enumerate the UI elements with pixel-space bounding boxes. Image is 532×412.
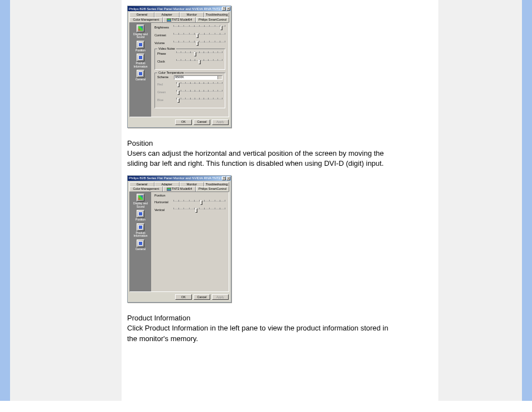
position-icon: [138, 42, 143, 47]
tab-row-2b: Color Management TNT2 Model64 Philips Sm…: [128, 186, 231, 191]
sidebar-item-position[interactable]: Position: [130, 41, 151, 52]
slider-contrast[interactable]: [173, 34, 225, 39]
dialog-titlebar-2: Philips B2B Series Flat Panel Monitor an…: [128, 176, 231, 181]
desktop-icon: [167, 18, 171, 22]
tab-adapter[interactable]: Adapter: [154, 12, 180, 17]
slider-blue[interactable]: [176, 99, 223, 103]
label-scheme: Scheme: [157, 76, 174, 79]
slider-clock[interactable]: [176, 60, 223, 65]
select-scheme[interactable]: 9500K: [174, 75, 223, 80]
fieldset-video-noise: Video Noise Phase Clock: [154, 49, 225, 70]
dialog-titlebar: Philips B2B Series Flat Panel Monitor an…: [128, 6, 231, 11]
display-sound-icon: [138, 26, 143, 31]
section-heading-product-info: Product Information: [127, 314, 433, 322]
tab-row-2: Color Management TNT2 Model64 Philips Sm…: [128, 17, 231, 22]
tab-monitor[interactable]: Monitor: [180, 12, 205, 17]
slider-green[interactable]: [176, 91, 223, 95]
general-icon-2: [138, 241, 143, 246]
tab-adapter-2[interactable]: Adapter: [154, 182, 180, 187]
ok-button[interactable]: OK: [175, 119, 192, 125]
dialog-button-row: OK Cancel Apply: [128, 118, 231, 127]
fieldset-color-temp: Color Temperature Scheme 9500K Red: [154, 73, 225, 108]
left-grey-column: [10, 0, 122, 401]
display-sound-icon-2: [138, 195, 143, 200]
tab-smartcontrol-2[interactable]: Philips SmartControl: [196, 186, 229, 191]
legend-video-noise: Video Noise: [157, 47, 176, 51]
panel-label-position: Position: [154, 194, 225, 198]
desktop-icon-2: [167, 188, 171, 191]
label-horizontal: Horizontal: [154, 201, 173, 204]
main-panel-2: Position Horizontal Vertical: [151, 192, 229, 291]
tab-general-2[interactable]: General: [129, 182, 154, 187]
ok-button-2[interactable]: OK: [175, 294, 192, 300]
general-icon: [138, 71, 143, 76]
section-heading-position: Position: [127, 139, 433, 147]
position-icon-2: [138, 212, 143, 216]
tab-row-1: General Adapter Monitor Troubleshooting: [128, 11, 231, 17]
tab-color-management[interactable]: Color Management: [129, 17, 163, 22]
dialog-button-row-2: OK Cancel Apply: [128, 293, 231, 302]
help-button-2[interactable]: ?: [222, 176, 226, 180]
product-info-icon: [138, 55, 143, 60]
left-blue-bar: [0, 0, 10, 401]
label-phase: Phase: [157, 52, 176, 56]
main-panel: Brightness Contrast: [151, 23, 229, 117]
label-clock: Clock: [157, 60, 176, 64]
cancel-button-2[interactable]: Cancel: [194, 294, 210, 300]
legend-color-temp: Color Temperature: [157, 71, 185, 75]
dialog-title: Philips B2B Series Flat Panel Monitor an…: [129, 7, 222, 11]
slider-phase[interactable]: [176, 52, 223, 57]
tab-row-1b: General Adapter Monitor Troubleshooting: [128, 181, 231, 187]
sidebar-item-position-2[interactable]: Position: [130, 210, 151, 222]
slider-brightness[interactable]: [173, 26, 225, 31]
tab-tnt2-2[interactable]: TNT2 Model64: [163, 186, 196, 191]
close-button-2[interactable]: ×: [226, 176, 230, 180]
dialog-position: Philips B2B Series Flat Panel Monitor an…: [127, 175, 231, 303]
sidebar-item-display-sound[interactable]: Display and Sound: [130, 25, 151, 39]
right-blue-bar: [522, 0, 532, 401]
section-body-product-info: Click Product Information in the left pa…: [127, 323, 389, 343]
cancel-button[interactable]: Cancel: [194, 119, 210, 125]
sidebar-item-product-info[interactable]: Product Information: [130, 54, 151, 68]
sidebar-item-general-2[interactable]: General: [130, 239, 151, 251]
tab-tnt2[interactable]: TNT2 Model64: [163, 17, 196, 22]
sidebar-item-display-sound-2[interactable]: Display and Sound: [130, 194, 151, 208]
right-grey-column: [438, 0, 522, 401]
label-contrast: Contrast: [154, 34, 173, 37]
apply-button[interactable]: Apply: [212, 119, 229, 125]
tab-color-management-2[interactable]: Color Management: [129, 186, 163, 191]
label-vertical: Vertical: [154, 209, 173, 212]
slider-red[interactable]: [176, 83, 223, 88]
section-body-position: Users can adjust the horizontal and vert…: [127, 148, 389, 169]
dialog-sidebar: Display and Sound Position Product Infor…: [130, 23, 151, 117]
apply-button-2[interactable]: Apply: [212, 294, 229, 300]
label-red: Red: [157, 83, 176, 87]
dialog-body-2: Display and Sound Position Product Infor…: [129, 191, 229, 292]
dialog-display-and-sound: Philips B2B Series Flat Panel Monitor an…: [127, 6, 231, 128]
sidebar-item-product-info-2[interactable]: Product Information: [130, 223, 151, 238]
tab-monitor-2[interactable]: Monitor: [180, 182, 205, 187]
close-button[interactable]: ×: [226, 7, 230, 11]
slider-vertical[interactable]: [173, 209, 225, 213]
help-button[interactable]: ?: [222, 7, 226, 11]
product-info-icon-2: [138, 225, 143, 229]
tab-smartcontrol[interactable]: Philips SmartControl: [196, 17, 229, 22]
tab-troubleshooting[interactable]: Troubleshooting: [204, 12, 229, 17]
slider-horizontal[interactable]: [173, 201, 225, 205]
tab-general[interactable]: General: [129, 12, 154, 17]
label-blue: Blue: [157, 99, 176, 102]
label-green: Green: [157, 91, 176, 94]
dialog-body: Display and Sound Position Product Infor…: [129, 22, 229, 117]
dialog-sidebar-2: Display and Sound Position Product Infor…: [130, 192, 151, 291]
label-brightness: Brightness: [154, 26, 173, 30]
sidebar-item-general[interactable]: General: [130, 70, 151, 82]
tab-troubleshooting-2[interactable]: Troubleshooting: [204, 182, 229, 187]
content-column: Philips B2B Series Flat Panel Monitor an…: [122, 0, 438, 401]
dialog-title-2: Philips B2B Series Flat Panel Monitor an…: [129, 176, 222, 180]
label-volume: Volume: [154, 42, 173, 45]
slider-volume[interactable]: [173, 42, 225, 46]
